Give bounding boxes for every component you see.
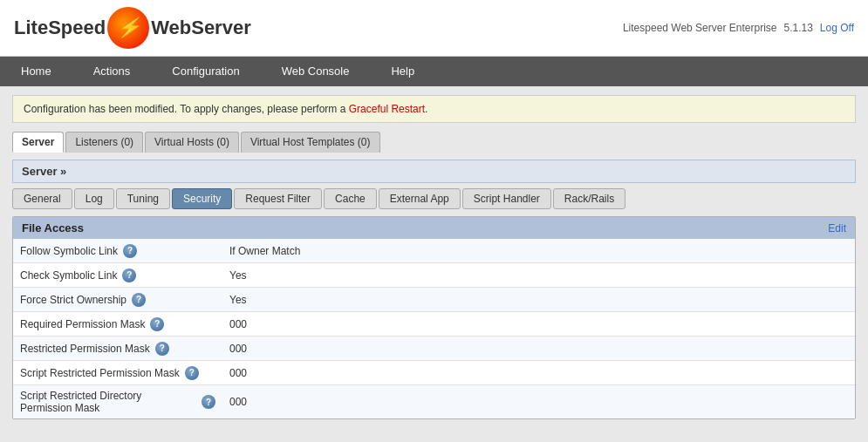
row-value-force-strict: Yes (222, 289, 855, 310)
navbar-item-web-console[interactable]: Web Console (261, 57, 371, 86)
help-icon-script-dir-mask[interactable]: ? (202, 395, 215, 409)
tab-security[interactable]: Security (172, 188, 232, 209)
file-access-panel: File Access Edit Follow Symbolic Link ? … (12, 216, 856, 419)
navbar: Home Actions Configuration Web Console H… (0, 57, 868, 86)
row-value-check-symbolic: Yes (222, 265, 855, 286)
help-icon-force-strict[interactable]: ? (132, 293, 146, 307)
table-row: Follow Symbolic Link ? If Owner Match (13, 239, 855, 263)
tab-virtual-hosts[interactable]: Virtual Hosts (0) (145, 132, 239, 153)
help-icon-restricted-mask[interactable]: ? (155, 342, 169, 356)
row-label-follow-symbolic: Follow Symbolic Link ? (13, 240, 222, 262)
logo-lite: Lite (14, 17, 48, 39)
panel-header: File Access Edit (13, 217, 855, 239)
tab-script-handler[interactable]: Script Handler (462, 188, 551, 209)
tab-request-filter[interactable]: Request Filter (234, 188, 322, 209)
row-value-required-mask: 000 (222, 314, 855, 335)
edit-button[interactable]: Edit (828, 222, 846, 235)
logo: Lite Speed ⚡ Web Server (14, 7, 251, 49)
row-value-script-restricted-mask: 000 (222, 363, 855, 384)
logo-icon: ⚡ (107, 7, 149, 49)
tab-server[interactable]: Server (12, 132, 64, 153)
row-label-restricted-mask: Restricted Permission Mask ? (13, 337, 222, 360)
row-label-script-dir-mask: Script Restricted Directory Permission M… (13, 385, 222, 418)
alert-suffix: . (425, 103, 427, 115)
tab-tuning[interactable]: Tuning (116, 188, 170, 209)
header-right: Litespeed Web Server Enterprise 5.1.13 L… (623, 22, 854, 34)
tab-log[interactable]: Log (74, 188, 114, 209)
server-tabs: Server Listeners (0) Virtual Hosts (0) V… (12, 132, 856, 153)
product-info: Litespeed Web Server Enterprise (623, 22, 777, 34)
tab-external-app[interactable]: External App (379, 188, 461, 209)
table-row: Script Restricted Directory Permission M… (13, 385, 855, 418)
tab-rack-rails[interactable]: Rack/Rails (553, 188, 625, 209)
panel-title: File Access (22, 221, 84, 235)
row-value-restricted-mask: 000 (222, 338, 855, 359)
table-row: Check Symbolic Link ? Yes (13, 263, 855, 288)
tab-cache[interactable]: Cache (324, 188, 377, 209)
tab-general[interactable]: General (12, 188, 72, 209)
help-icon-follow-symbolic[interactable]: ? (123, 244, 137, 258)
navbar-item-configuration[interactable]: Configuration (151, 57, 260, 86)
breadcrumb: Server » (12, 160, 856, 183)
header: Lite Speed ⚡ Web Server Litespeed Web Se… (0, 0, 868, 57)
graceful-restart-link[interactable]: Graceful Restart (349, 103, 425, 115)
logo-speed: Speed (48, 17, 106, 39)
navbar-item-actions[interactable]: Actions (72, 57, 152, 86)
table-row: Force Strict Ownership ? Yes (13, 288, 855, 312)
help-icon-script-restricted-mask[interactable]: ? (185, 366, 199, 380)
row-value-script-dir-mask: 000 (222, 391, 855, 412)
table-row: Script Restricted Permission Mask ? 000 (13, 361, 855, 385)
content: Configuration has been modified. To appl… (0, 86, 868, 442)
row-label-required-mask: Required Permission Mask ? (13, 313, 222, 336)
logo-server: Server (191, 17, 251, 39)
row-value-follow-symbolic: If Owner Match (222, 241, 855, 262)
help-icon-check-symbolic[interactable]: ? (122, 269, 136, 282)
alert-message: Configuration has been modified. To appl… (24, 103, 345, 115)
inner-tabs: General Log Tuning Security Request Filt… (12, 188, 856, 209)
tab-virtual-host-templates[interactable]: Virtual Host Templates (0) (241, 132, 380, 153)
help-icon-required-mask[interactable]: ? (150, 317, 164, 331)
row-label-force-strict: Force Strict Ownership ? (13, 289, 222, 311)
tab-listeners[interactable]: Listeners (0) (65, 132, 143, 153)
navbar-item-help[interactable]: Help (370, 57, 435, 86)
table-row: Restricted Permission Mask ? 000 (13, 337, 855, 361)
row-label-check-symbolic: Check Symbolic Link ? (13, 264, 222, 287)
navbar-item-home[interactable]: Home (0, 57, 72, 86)
table-row: Required Permission Mask ? 000 (13, 312, 855, 337)
alert-bar: Configuration has been modified. To appl… (12, 95, 856, 123)
logo-web: Web (151, 17, 191, 39)
version: 5.1.13 (783, 22, 812, 34)
row-label-script-restricted-mask: Script Restricted Permission Mask ? (13, 362, 222, 384)
logout-link[interactable]: Log Off (820, 22, 854, 34)
